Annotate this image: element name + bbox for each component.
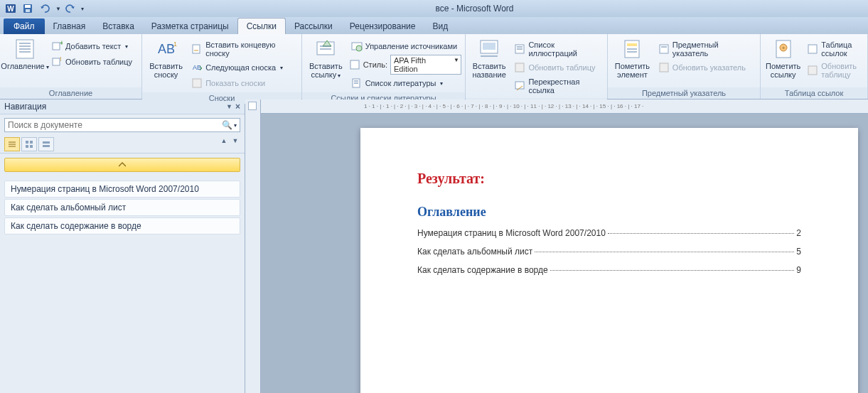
tab-references[interactable]: Ссылки xyxy=(237,18,286,34)
nav-dropdown-icon[interactable]: ▼ xyxy=(226,103,232,110)
svg-rect-54 xyxy=(26,145,28,148)
svg-rect-3 xyxy=(25,5,31,8)
file-tab[interactable]: Файл xyxy=(4,18,45,34)
toc-entry-page: 2 xyxy=(796,228,801,238)
mark-entry-icon xyxy=(621,38,643,60)
nav-tab-results[interactable] xyxy=(38,137,54,151)
group-label: Оглавление xyxy=(0,87,141,99)
document-area: 1 · 1 · | · 1 · | · 2 · | · 3 · | · 4 · … xyxy=(245,99,868,393)
manage-sources-icon xyxy=(351,41,363,52)
footnote-icon: AB1 xyxy=(155,38,178,60)
svg-rect-55 xyxy=(30,145,33,148)
nav-item[interactable]: Как сделать альбомный лист xyxy=(4,199,240,216)
group-toc: Оглавление▾ + Добавить текст▾ ! Обновить… xyxy=(0,34,142,99)
insert-citation-button[interactable]: Вставить ссылку▾ xyxy=(306,36,346,81)
nav-view-tabs: ▲ ▼ xyxy=(0,136,245,154)
toc-entry[interactable]: Как сделать содержание в ворде 9 xyxy=(417,265,801,275)
svg-rect-30 xyxy=(483,43,495,50)
next-footnote-icon: AB xyxy=(191,62,203,73)
toc-entry-text: Как сделать альбомный лист xyxy=(417,247,532,257)
update-figures-icon xyxy=(514,62,525,73)
mark-citation-button[interactable]: + Пометить ссылку xyxy=(764,36,802,80)
search-input[interactable] xyxy=(8,120,222,130)
update-toc-icon: ! xyxy=(51,56,63,68)
add-text-button[interactable]: + Добавить текст▾ xyxy=(49,39,134,53)
save-icon[interactable] xyxy=(20,1,36,16)
cross-reference-button[interactable]: Перекрестная ссылка xyxy=(512,76,604,96)
svg-rect-48 xyxy=(808,66,817,75)
mark-entry-button[interactable]: Пометить элемент xyxy=(611,36,653,80)
ribbon-tabs: Файл Главная Вставка Разметка страницы С… xyxy=(0,17,868,34)
figures-list-button[interactable]: Список иллюстраций xyxy=(512,39,604,59)
nav-list: Нумерация страниц в Microsoft Word 2007/… xyxy=(0,154,245,239)
toc-entry-text: Как сделать содержание в ворде xyxy=(417,265,548,275)
tab-review[interactable]: Рецензирование xyxy=(341,18,424,34)
search-dropdown-icon[interactable]: ▾ xyxy=(234,122,237,129)
nav-title: Навигация xyxy=(4,102,46,112)
horizontal-ruler[interactable]: 1 · 1 · | · 1 · | · 2 · | · 3 · | · 4 · … xyxy=(261,99,868,114)
nav-tab-headings[interactable] xyxy=(4,137,20,151)
add-text-icon: + xyxy=(51,41,63,52)
tab-selector-icon[interactable] xyxy=(248,102,257,110)
toc-icon xyxy=(14,38,36,60)
tab-page-layout[interactable]: Разметка страницы xyxy=(143,18,237,34)
nav-tab-pages[interactable] xyxy=(21,137,37,151)
svg-rect-52 xyxy=(26,141,28,144)
toc-button[interactable]: Оглавление▾ xyxy=(4,36,46,72)
tab-view[interactable]: Вид xyxy=(424,18,456,34)
update-toc-button[interactable]: ! Обновить таблицу xyxy=(49,55,134,69)
next-footnote-button[interactable]: AB Следующая сноска▾ xyxy=(189,60,298,75)
tab-home[interactable]: Главная xyxy=(45,18,95,34)
nav-next-icon[interactable]: ▼ xyxy=(230,137,240,151)
authorities-icon xyxy=(807,43,818,55)
nav-top-marker[interactable] xyxy=(4,158,240,172)
citation-icon xyxy=(314,38,337,60)
show-footnotes-button: Показать сноски xyxy=(189,76,298,90)
svg-text:AB: AB xyxy=(158,42,175,56)
insert-authorities-button[interactable]: Таблица ссылок xyxy=(805,39,864,59)
group-footnotes: AB1 Вставить сноску Вставить концевую сн… xyxy=(142,34,302,99)
svg-rect-41 xyxy=(660,45,668,53)
svg-rect-53 xyxy=(30,141,33,144)
tab-mailings[interactable]: Рассылки xyxy=(286,18,341,34)
insert-caption-button[interactable]: Вставить название xyxy=(469,36,509,80)
svg-text:+: + xyxy=(60,41,63,47)
svg-rect-19 xyxy=(193,79,201,87)
manage-sources-button[interactable]: Управление источниками xyxy=(349,39,461,53)
index-icon xyxy=(658,43,670,55)
nav-item[interactable]: Как сделать содержание в ворде xyxy=(4,217,240,235)
nav-search[interactable]: 🔍 ▾ xyxy=(4,118,240,132)
insert-index-button[interactable]: Предметный указатель xyxy=(656,39,756,59)
search-icon[interactable]: 🔍 xyxy=(222,120,232,130)
nav-prev-icon[interactable]: ▲ xyxy=(219,137,229,151)
group-label: Таблица ссылок xyxy=(761,87,867,99)
insert-endnote-button[interactable]: Вставить концевую сноску xyxy=(189,39,298,59)
citation-style-select[interactable]: Стиль: APA Fifth Edition▼ xyxy=(349,55,461,75)
toc-entry[interactable]: Как сделать альбомный лист 5 xyxy=(417,247,801,257)
group-captions: Вставить название Список иллюстраций Обн… xyxy=(466,34,608,99)
svg-rect-25 xyxy=(350,60,359,69)
toc-entry[interactable]: Нумерация страниц в Microsoft Word 2007/… xyxy=(417,228,801,238)
undo-dropdown-icon[interactable]: ▼ xyxy=(55,6,61,12)
vertical-ruler[interactable] xyxy=(245,99,261,393)
svg-rect-16 xyxy=(193,45,200,53)
svg-rect-35 xyxy=(515,63,524,72)
word-app-icon[interactable]: W xyxy=(3,1,18,16)
svg-text:!: ! xyxy=(60,56,62,63)
bibliography-button[interactable]: Список литературы▾ xyxy=(349,76,461,90)
undo-icon[interactable] xyxy=(37,1,53,16)
svg-text:+: + xyxy=(781,45,785,51)
insert-footnote-button[interactable]: AB1 Вставить сноску xyxy=(146,36,186,80)
svg-rect-4 xyxy=(26,9,30,12)
nav-item[interactable]: Нумерация страниц в Microsoft Word 2007/… xyxy=(4,181,240,198)
toc-leader xyxy=(535,252,794,252)
group-citations: Вставить ссылку▾ Управление источниками … xyxy=(302,34,466,99)
document-page[interactable]: Результат: Оглавление Нумерация страниц … xyxy=(360,128,858,393)
tab-insert[interactable]: Вставка xyxy=(94,18,143,34)
toc-leader xyxy=(550,270,795,271)
navigation-pane: Навигация ▼ × 🔍 ▾ ▲ ▼ Нумерация с xyxy=(0,99,245,393)
crossref-icon xyxy=(514,80,525,92)
redo-icon[interactable] xyxy=(63,1,78,16)
svg-rect-38 xyxy=(627,43,637,46)
caption-icon xyxy=(478,38,500,60)
